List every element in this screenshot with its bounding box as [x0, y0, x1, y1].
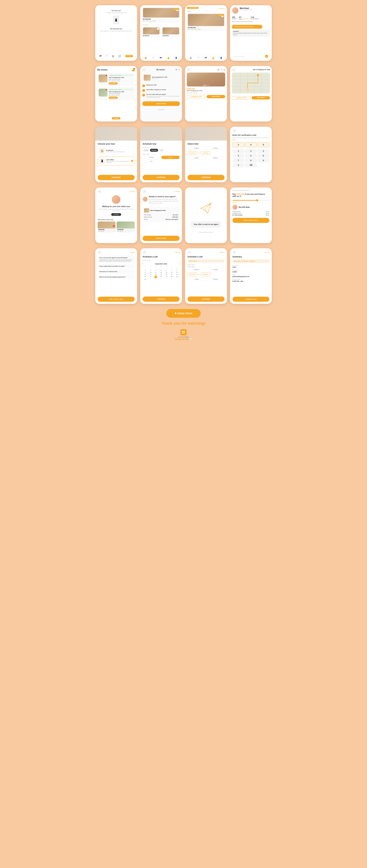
- key-5[interactable]: 5: [245, 154, 257, 158]
- nav2-bell[interactable]: 🔔: [167, 57, 170, 59]
- cal-1[interactable]: 1: [174, 267, 180, 269]
- cal-3[interactable]: 3: [148, 270, 153, 271]
- key-6[interactable]: 6: [257, 154, 269, 158]
- cal-10[interactable]: 10: [148, 272, 153, 273]
- submit-offer-text[interactable]: Submit offer: [158, 109, 164, 110]
- cal-6[interactable]: 6: [164, 270, 169, 271]
- call-time-1[interactable]: 10:30 am: [188, 268, 205, 271]
- back-btn-2[interactable]: ←: [142, 68, 146, 71]
- nav2-heart[interactable]: ♡: [152, 57, 154, 59]
- close-icon[interactable]: ✕: [178, 68, 180, 71]
- close-icon-3[interactable]: ✕: [223, 68, 225, 71]
- cal-22[interactable]: 22: [174, 274, 180, 276]
- continue-btn-5-3[interactable]: CONTINUE: [188, 297, 225, 302]
- cal-30[interactable]: 30: [143, 279, 148, 281]
- view-offer-btn-1[interactable]: View Offer: [109, 82, 118, 85]
- day-tab-today[interactable]: Today: [143, 149, 149, 152]
- cal-8[interactable]: 8: [174, 270, 180, 271]
- nav-heart[interactable]: ♡: [106, 55, 108, 57]
- nav-map[interactable]: 🗺: [100, 55, 102, 57]
- key-8[interactable]: 8: [245, 158, 257, 162]
- tour-option-livevideo[interactable]: 📱 Live video See a live video tour on yo…: [98, 157, 135, 165]
- send-offer-btn[interactable]: SEND OFFER: [207, 95, 225, 98]
- view-offer-btn-2[interactable]: View Offer: [109, 96, 118, 99]
- back-btn-4[interactable]: ←: [232, 68, 236, 71]
- cal-13[interactable]: 13: [164, 272, 169, 273]
- continue-btn-3-3[interactable]: CONTINUE: [188, 175, 225, 180]
- pay-slider[interactable]: [232, 200, 270, 201]
- cal-14[interactable]: 14: [169, 272, 174, 273]
- cancel-link-5-3[interactable]: Cancel: [220, 251, 224, 253]
- back-btn-faq[interactable]: ←: [98, 250, 102, 254]
- tour-option-inperson[interactable]: 🏠 In person See a video tour of the list…: [98, 147, 135, 155]
- nav3-map[interactable]: 🗺: [205, 57, 207, 59]
- cal-prev-btn[interactable]: ‹: [143, 263, 143, 265]
- sel-time-2[interactable]: 11:00 am: [206, 147, 224, 150]
- sel-time-1[interactable]: 10:30 am: [188, 147, 205, 150]
- back-btn-schedule[interactable]: ←: [143, 250, 146, 254]
- today-schedule-btn[interactable]: Schedule: [217, 14, 224, 16]
- nav2-map[interactable]: 🗺: [160, 57, 162, 59]
- cal-18[interactable]: 18: [153, 274, 159, 276]
- back-btn-summary[interactable]: ←: [232, 250, 236, 254]
- code-box-2[interactable]: 4: [245, 142, 257, 147]
- key-0[interactable]: 0: [232, 163, 245, 167]
- info-icon[interactable]: ⓘ: [239, 195, 241, 197]
- call-time-4[interactable]: 12:00 pm: [206, 278, 224, 281]
- heart-icon-3[interactable]: ♡: [220, 68, 222, 71]
- tap-continue[interactable]: Tap anywhere to continue: [199, 231, 213, 233]
- reviews-pill[interactable]: Reviews: [125, 55, 133, 57]
- faq-q4[interactable]: What is the 90-day buyback guarantee?: [98, 275, 135, 279]
- cal-4[interactable]: 4: [153, 270, 159, 271]
- back-btn-3[interactable]: ←: [187, 68, 191, 71]
- nav3-user[interactable]: 👤: [220, 57, 222, 59]
- cal-11[interactable]: 11: [153, 272, 159, 273]
- cancel-link-5-2[interactable]: Cancel: [175, 251, 179, 253]
- continue-btn-3-2[interactable]: CONTINUE: [143, 175, 180, 180]
- reschedule-link[interactable]: Reschedule: [219, 8, 225, 9]
- time-from[interactable]: 11:00 am: [188, 151, 197, 155]
- send-offer-btn-4-2[interactable]: SEND OFFER: [143, 236, 180, 241]
- call-time-3[interactable]: 1:30 pm: [188, 278, 205, 281]
- cal-19[interactable]: 19: [159, 274, 164, 276]
- cal-next-btn[interactable]: ›: [179, 263, 179, 265]
- nav3-bell[interactable]: 🔔: [212, 57, 215, 59]
- nav-home[interactable]: 🏠: [112, 55, 114, 57]
- cal-15[interactable]: 15: [174, 272, 180, 273]
- cal-26[interactable]: 26: [159, 276, 164, 278]
- find-time-btn-4-4[interactable]: FIND A TIME TO TALK: [232, 218, 270, 223]
- code-box-1[interactable]: 3: [232, 142, 244, 147]
- back-btn-call-time[interactable]: ←: [188, 250, 191, 254]
- back-btn-wait[interactable]: ←: [98, 190, 102, 193]
- key-3[interactable]: 3: [257, 149, 269, 153]
- view-offer-big-btn[interactable]: VIEW OFFER: [142, 101, 180, 106]
- time-slot-1[interactable]: 9:00 am: [143, 156, 161, 159]
- nav-chat[interactable]: 💬: [118, 55, 121, 57]
- key-delete[interactable]: ⌫: [245, 163, 257, 167]
- cal-5[interactable]: 5: [159, 270, 164, 271]
- cal-7[interactable]: 7: [169, 270, 174, 271]
- cal-28[interactable]: 28: [169, 276, 174, 278]
- cal-24[interactable]: 24: [148, 276, 153, 278]
- key-2[interactable]: 2: [245, 149, 257, 153]
- time-to[interactable]: 11:30 am: [200, 151, 210, 155]
- nav3-home[interactable]: 🏠: [190, 57, 192, 59]
- confirm-pill[interactable]: CONFIRM: [111, 213, 121, 216]
- day-tab-monday[interactable]: Monday: [150, 149, 158, 152]
- schedule-btn-1[interactable]: Schedule: [172, 8, 179, 10]
- key-9[interactable]: 9: [257, 158, 269, 162]
- cal-25[interactable]: 25: [154, 276, 157, 278]
- share-icon-3[interactable]: ⇪: [217, 68, 219, 71]
- cancel-link-5-1[interactable]: Cancel: [130, 251, 135, 253]
- time-slot-2[interactable]: 9:30 am: [162, 156, 179, 159]
- cal-12[interactable]: 12: [159, 272, 164, 273]
- key-7[interactable]: 7: [232, 158, 245, 162]
- faq-q2[interactable]: How is Quba able to provide 1% back?: [98, 264, 135, 268]
- time-slot-3[interactable]: 8 9:--: [143, 160, 161, 163]
- back-btn-verify[interactable]: ←: [232, 129, 236, 133]
- cal-23[interactable]: 23: [143, 276, 148, 278]
- back-btn-send[interactable]: ←: [143, 190, 146, 193]
- schedule-talk-btn[interactable]: SCHEDULE TALK: [232, 297, 270, 302]
- cal-9[interactable]: 9: [143, 272, 148, 273]
- continue-btn-5-2[interactable]: CONTINUE: [143, 297, 180, 302]
